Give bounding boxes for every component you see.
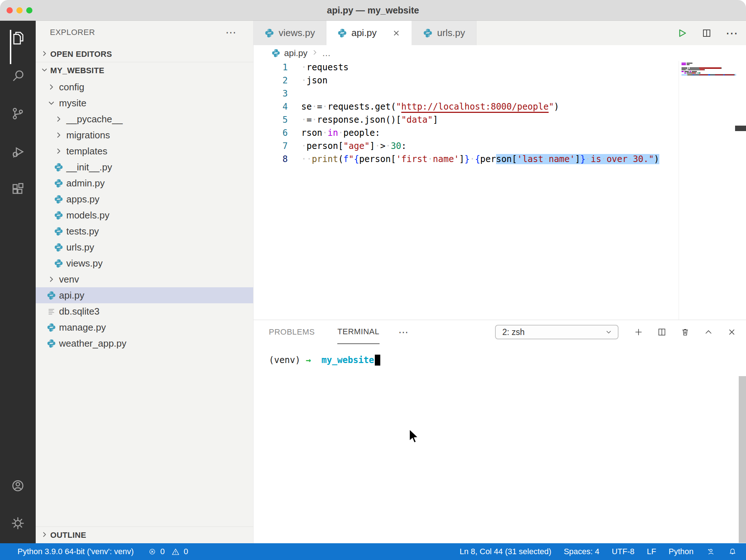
terminal-shell-select[interactable]: 2: zsh <box>495 325 619 339</box>
python-icon <box>47 339 56 348</box>
tab-api.py[interactable]: api.py <box>326 21 412 45</box>
tree-item-label: __init__.py <box>66 162 112 173</box>
tree-item-admin.py[interactable]: admin.py <box>36 175 253 191</box>
open-editors-section[interactable]: OPEN EDITORS <box>36 46 253 62</box>
line-number: 1 <box>254 62 288 72</box>
active-indicator <box>10 30 11 64</box>
accounts-button[interactable] <box>10 478 26 494</box>
tab-problems[interactable]: PROBLEMS <box>269 320 315 344</box>
workspace-section[interactable]: MY_WEBSITE <box>36 62 253 79</box>
code-line: 6rson·in·people: <box>254 126 679 139</box>
chevron-right-icon <box>54 146 63 156</box>
explorer-header: EXPLORER ⋯ <box>36 21 253 44</box>
line-number: 2 <box>254 75 288 86</box>
maximize-panel-button[interactable] <box>703 327 714 338</box>
tree-item-config[interactable]: config <box>36 79 253 95</box>
encoding-status[interactable]: UTF-8 <box>612 547 634 556</box>
tree-item-label: admin.py <box>66 178 105 189</box>
tree-item-db.sqlite3[interactable]: db.sqlite3 <box>36 303 253 319</box>
tree-item-label: tests.py <box>66 226 99 237</box>
close-panel-button[interactable] <box>726 327 737 338</box>
tree-item-mysite[interactable]: mysite <box>36 95 253 111</box>
minimize-window-button[interactable] <box>16 7 23 13</box>
tree-item-urls.py[interactable]: urls.py <box>36 239 253 255</box>
tab-terminal[interactable]: TERMINAL <box>337 320 379 344</box>
python-icon <box>54 242 63 252</box>
tree-item-templates[interactable]: templates <box>36 143 253 159</box>
language-mode-status[interactable]: Python <box>669 547 694 556</box>
explorer-more-actions[interactable]: ⋯ <box>225 29 236 36</box>
tab-urls.py[interactable]: urls.py <box>412 21 476 45</box>
tree-item-views.py[interactable]: views.py <box>36 255 253 271</box>
breadcrumb[interactable]: api.py … <box>254 45 746 61</box>
cursor-position-status[interactable]: Ln 8, Col 44 (31 selected) <box>460 547 551 556</box>
python-icon <box>54 162 63 172</box>
tree-item-api.py[interactable]: api.py <box>36 287 253 303</box>
python-icon <box>54 226 63 236</box>
search-activity-button[interactable] <box>10 68 26 84</box>
tree-item-tests.py[interactable]: tests.py <box>36 223 253 239</box>
outline-section[interactable]: OUTLINE <box>36 527 253 543</box>
line-number: 3 <box>254 88 288 99</box>
tree-item-label: weather_app.py <box>59 338 126 349</box>
split-terminal-button[interactable] <box>656 327 667 338</box>
tree-item-migrations[interactable]: migrations <box>36 127 253 143</box>
code-line: 2·json <box>254 74 679 87</box>
vscode-window: api.py — my_website <box>0 0 746 560</box>
python-icon <box>264 28 274 38</box>
python-icon <box>54 259 63 268</box>
close-window-button[interactable] <box>7 7 13 13</box>
search-icon <box>10 68 26 84</box>
tab-views.py[interactable]: views.py <box>254 21 326 45</box>
tree-item-__init__.py[interactable]: __init__.py <box>36 159 253 175</box>
problems-status[interactable]: 0 0 <box>148 547 188 556</box>
feedback-icon[interactable] <box>706 547 715 556</box>
kill-terminal-button[interactable] <box>680 327 691 338</box>
files-icon <box>10 30 26 46</box>
bell-icon[interactable] <box>728 547 737 556</box>
eol-status[interactable]: LF <box>647 547 656 556</box>
panel-more-actions[interactable]: ⋯ <box>398 326 409 338</box>
tree-item-weather_app.py[interactable]: weather_app.py <box>36 335 253 351</box>
python-icon <box>54 194 63 204</box>
close-icon[interactable] <box>392 29 401 38</box>
code-editor[interactable]: 1·requests2·json34se·=·requests.get("htt… <box>254 61 746 320</box>
panel-scrollbar[interactable] <box>739 376 746 543</box>
tree-item-label: venv <box>59 274 79 285</box>
run-python-file-button[interactable] <box>676 27 688 39</box>
account-icon <box>10 478 26 494</box>
new-terminal-button[interactable] <box>633 327 644 338</box>
python-icon <box>423 28 433 38</box>
git-branch-icon <box>10 106 26 122</box>
tree-item-__pycache__[interactable]: __pycache__ <box>36 111 253 127</box>
python-icon <box>47 323 56 332</box>
tree-item-label: manage.py <box>59 322 106 333</box>
indentation-status[interactable]: Spaces: 4 <box>564 547 600 556</box>
code-line: 4se·=·requests.get("http://localhost:800… <box>254 100 679 113</box>
split-editor-button[interactable] <box>701 27 712 39</box>
run-debug-activity-button[interactable] <box>10 143 26 159</box>
code-line: 8··print(f"{person['first·name']}·{perso… <box>254 153 679 166</box>
tree-item-apps.py[interactable]: apps.py <box>36 191 253 207</box>
tree-item-models.py[interactable]: models.py <box>36 207 253 223</box>
error-icon <box>148 547 157 556</box>
explorer-activity-button[interactable] <box>10 30 26 46</box>
extensions-activity-button[interactable] <box>10 181 26 197</box>
chevron-right-icon <box>47 82 56 92</box>
editor-more-actions[interactable]: ⋯ <box>726 26 738 40</box>
tab-label: views.py <box>279 27 315 39</box>
terminal-prompt: (venv) → my_website <box>269 354 746 367</box>
tree-item-venv[interactable]: venv <box>36 271 253 287</box>
settings-button[interactable] <box>10 515 26 531</box>
tree-item-manage.py[interactable]: manage.py <box>36 319 253 335</box>
terminal-body[interactable]: (venv) → my_website <box>254 344 746 367</box>
source-control-activity-button[interactable] <box>10 106 26 122</box>
python-interpreter-status[interactable]: Python 3.9.0 64-bit ('venv': venv) <box>17 547 134 556</box>
file-tree: configmysite__pycache__migrationstemplat… <box>36 79 253 351</box>
minimap[interactable] <box>679 61 746 320</box>
zoom-window-button[interactable] <box>26 7 32 13</box>
breadcrumb-more[interactable]: … <box>322 48 331 58</box>
code-line: 7·person["age"]·>·30: <box>254 139 679 153</box>
python-icon <box>54 178 63 188</box>
breadcrumb-file[interactable]: api.py <box>284 48 307 58</box>
